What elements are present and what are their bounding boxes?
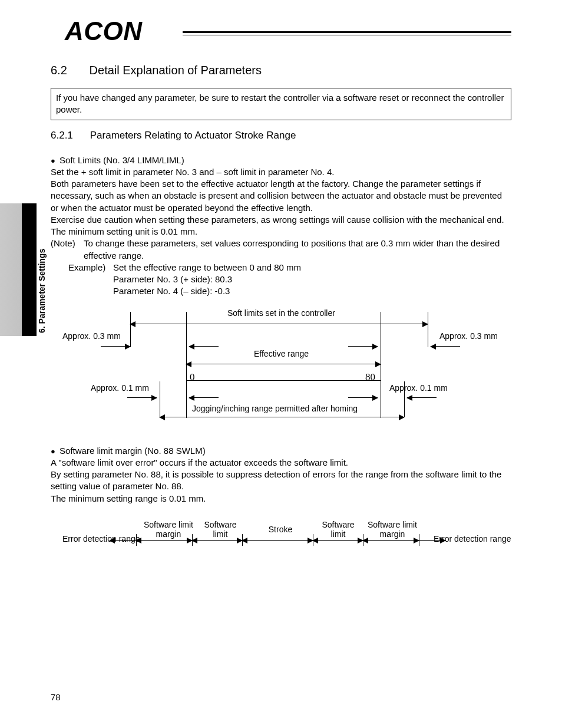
diagram-label: margin — [366, 529, 419, 539]
diagram-label: limit — [315, 529, 362, 539]
soft-limit-diagram: Soft limits set in the controller Approx… — [51, 305, 511, 429]
example-tag: Example) — [68, 262, 113, 274]
paragraph: Set the + soft limit in parameter No. 3 … — [51, 166, 511, 178]
diagram-label: Stroke — [257, 525, 304, 534]
paragraph: A "software limit over error" occurs if … — [51, 457, 511, 469]
subsection-title: Parameters Relating to Actuator Stroke R… — [90, 130, 296, 141]
paragraph: By setting parameter No. 88, it is possi… — [51, 469, 511, 493]
diagram-label: Software — [197, 520, 244, 529]
paragraph: Both parameters have been set to the eff… — [51, 178, 511, 214]
bullet-icon: ● — [51, 156, 59, 165]
brand-logo: ACON — [65, 17, 143, 46]
chapter-tab-label: 6. Parameter Settings — [37, 249, 47, 333]
bullet-text: Software limit margin (No. 88 SWLM) — [59, 446, 206, 456]
section-number: 6.2 — [51, 64, 86, 77]
chapter-tab: 6. Parameter Settings — [0, 203, 37, 336]
subsection-number: 6.2.1 — [51, 130, 87, 141]
bullet-icon: ● — [51, 447, 59, 456]
example-line: Example)Set the effective range to betwe… — [51, 262, 511, 274]
diagram-label: Software — [315, 520, 362, 529]
paragraph: The minimum setting unit is 0.01 mm. — [51, 226, 511, 238]
bullet-text: Soft Limits (No. 3/4 LIMM/LIML) — [59, 155, 184, 165]
section-title: Detail Explanation of Parameters — [90, 64, 262, 77]
warning-box: If you have changed any parameter, be su… — [51, 88, 511, 120]
paragraph: The minimum setting range is 0.01 mm. — [51, 493, 511, 505]
diagram-tick: 80 — [365, 371, 375, 383]
diagram-label: Software limit — [142, 520, 195, 529]
section-heading: 6.2 Detail Explanation of Parameters — [51, 64, 511, 77]
brand-rule — [183, 31, 511, 35]
diagram-label: Jogging/inching range permitted after ho… — [192, 404, 358, 413]
page-number: 78 — [51, 692, 61, 702]
diagram-tick: 0 — [190, 371, 195, 383]
note-text: To change these parameters, set values c… — [84, 238, 500, 260]
diagram-label: Soft limits set in the controller — [227, 308, 335, 318]
subsection-heading: 6.2.1 Parameters Relating to Actuator St… — [51, 130, 511, 141]
bullet-soft-limits: ● Soft Limits (No. 3/4 LIMM/LIML) — [51, 154, 511, 166]
swlm-diagram: Software limit Software Stroke Software … — [51, 516, 511, 564]
bullet-swlm: ● Software limit margin (No. 88 SWLM) — [51, 445, 511, 457]
diagram-label: Approx. 0.3 mm — [62, 331, 121, 341]
diagram-label: Approx. 0.1 mm — [91, 383, 149, 393]
paragraph: Exercise due caution when setting these … — [51, 214, 511, 226]
example-text: Set the effective range to between 0 and… — [113, 262, 301, 272]
example-line: Parameter No. 4 (– side): -0.3 — [51, 285, 511, 297]
diagram-label: Software limit — [366, 520, 419, 529]
diagram-label: Approx. 0.3 mm — [439, 331, 498, 341]
note-line: (Note)To change these parameters, set va… — [51, 238, 511, 262]
note-tag: (Note) — [51, 238, 84, 249]
diagram-label: Approx. 0.1 mm — [389, 383, 448, 393]
example-line: Parameter No. 3 (+ side): 80.3 — [51, 274, 511, 285]
diagram-label: Effective range — [254, 349, 309, 358]
diagram-label: Error detection range — [62, 534, 127, 543]
